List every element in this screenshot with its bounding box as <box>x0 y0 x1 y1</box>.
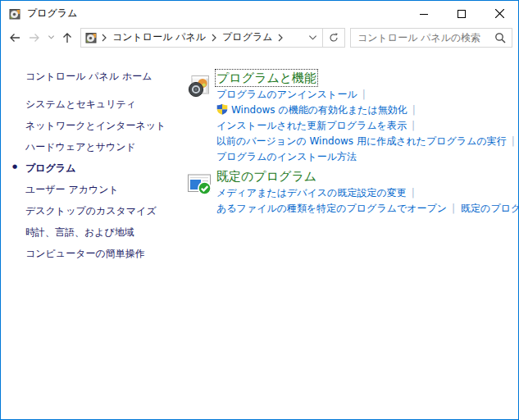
refresh-icon <box>328 32 339 43</box>
breadcrumb-chevron-icon[interactable] <box>208 34 220 42</box>
task-row: 以前のバージョンの Windows 用に作成されたプログラムの実行| <box>216 134 518 149</box>
up-button[interactable] <box>57 28 77 48</box>
link-label: Windows の機能の有効化または無効化 <box>231 104 407 116</box>
address-dropdown-button[interactable] <box>303 29 322 47</box>
back-arrow-icon <box>8 31 21 44</box>
minimize-button[interactable] <box>405 1 443 26</box>
address-location-icon <box>84 31 98 44</box>
navigation-bar: コントロール パネル プログラム <box>1 26 518 51</box>
programs-and-features-icon[interactable] <box>186 72 212 98</box>
title-row: プログラムと機能 <box>216 71 518 85</box>
chevron-down-icon <box>308 34 317 42</box>
close-button[interactable] <box>480 1 518 26</box>
sidebar-item-desktop-customization[interactable]: デスクトップのカスタマイズ <box>25 204 177 218</box>
sidebar-item-home[interactable]: コントロール パネル ホーム <box>25 70 177 84</box>
section-body: 既定のプログラム メディアまたはデバイスの既定設定の変更| あるファイルの種類を… <box>216 169 518 217</box>
link-separator: | <box>412 187 415 199</box>
forward-button[interactable] <box>25 28 44 48</box>
search-button[interactable] <box>489 29 512 47</box>
link-separator: | <box>512 135 515 147</box>
link-set-default-programs[interactable]: 既定のプログラムの設定 <box>461 203 518 214</box>
sidebar-item-user-accounts[interactable]: ユーザー アカウント <box>25 183 177 197</box>
uac-shield-icon <box>216 103 228 115</box>
link-separator: | <box>412 120 415 131</box>
sidebar-item-ease-of-access[interactable]: コンピューターの簡単操作 <box>25 247 177 261</box>
section-title-default-programs[interactable]: 既定のプログラム <box>216 169 316 184</box>
content-area: コントロール パネル ホーム システムとセキュリティ ネットワークとインターネッ… <box>1 51 518 419</box>
forward-arrow-icon <box>28 31 41 44</box>
search-input[interactable] <box>351 32 489 43</box>
link-run-programs-for-previous-windows[interactable]: 以前のバージョンの Windows 用に作成されたプログラムの実行 <box>216 135 507 147</box>
section-programs-and-features: プログラムと機能 プログラムのアンインストール| Windows の機能の有効化… <box>177 71 518 165</box>
breadcrumb-chevron-icon[interactable] <box>275 34 286 42</box>
task-row: あるファイルの種類を特定のプログラムでオープン|既定のプログラムの設定 <box>216 201 518 217</box>
task-row: プログラムのインストール方法 <box>216 149 518 165</box>
sidebar-item-clock-language-region[interactable]: 時計、言語、および地域 <box>25 226 177 240</box>
close-icon <box>495 9 504 18</box>
refresh-button[interactable] <box>322 29 344 47</box>
link-change-default-media-device-settings[interactable]: メディアまたはデバイスの既定設定の変更 <box>216 187 407 199</box>
task-row: メディアまたはデバイスの既定設定の変更| <box>216 185 518 201</box>
titlebar: プログラム <box>1 1 518 26</box>
window-title: プログラム <box>27 7 77 21</box>
section-title-programs-and-features[interactable]: プログラムと機能 <box>216 71 316 85</box>
sidebar-item-network-internet[interactable]: ネットワークとインターネット <box>25 119 177 133</box>
search-box <box>350 28 512 48</box>
link-view-installed-updates[interactable]: インストールされた更新プログラムを表示 <box>216 120 407 131</box>
maximize-button[interactable] <box>443 1 480 26</box>
default-programs-icon[interactable] <box>186 171 212 197</box>
recent-pages-button[interactable] <box>44 28 57 48</box>
task-row: Windows の機能の有効化または無効化| <box>216 103 518 118</box>
link-uninstall-program[interactable]: プログラムのアンインストール <box>216 89 357 100</box>
breadcrumb-control-panel[interactable]: コントロール パネル <box>110 30 208 44</box>
breadcrumb-programs[interactable]: プログラム <box>220 30 275 44</box>
up-arrow-icon <box>61 31 74 44</box>
link-turn-windows-features-on-off[interactable]: Windows の機能の有効化または無効化 <box>216 104 407 116</box>
window-controls <box>405 1 518 26</box>
task-row: プログラムのアンインストール| <box>216 87 518 103</box>
app-icon[interactable] <box>8 7 21 21</box>
minimize-icon <box>420 10 428 18</box>
sidebar-item-system-security[interactable]: システムとセキュリティ <box>25 98 177 112</box>
link-open-file-type-with-program[interactable]: あるファイルの種類を特定のプログラムでオープン <box>216 203 447 214</box>
sidebar: コントロール パネル ホーム システムとセキュリティ ネットワークとインターネッ… <box>1 51 177 419</box>
maximize-icon <box>458 10 466 18</box>
link-separator: | <box>452 203 455 214</box>
link-how-to-install-programs[interactable]: プログラムのインストール方法 <box>216 151 357 162</box>
recent-pages-chevron-icon <box>48 34 55 41</box>
breadcrumb-chevron-icon[interactable] <box>98 34 110 42</box>
section-body: プログラムと機能 プログラムのアンインストール| Windows の機能の有効化… <box>216 71 518 165</box>
back-button[interactable] <box>5 28 25 48</box>
sidebar-item-programs: プログラム <box>25 162 177 176</box>
link-separator: | <box>412 104 416 116</box>
title-row: 既定のプログラム <box>216 169 518 184</box>
main-pane: プログラムと機能 プログラムのアンインストール| Windows の機能の有効化… <box>177 51 518 419</box>
task-row: インストールされた更新プログラムを表示| <box>216 118 518 134</box>
sidebar-item-hardware-sound[interactable]: ハードウェアとサウンド <box>25 140 177 154</box>
section-default-programs: 既定のプログラム メディアまたはデバイスの既定設定の変更| あるファイルの種類を… <box>177 169 518 217</box>
magnifier-icon <box>494 32 506 43</box>
control-panel-window: プログラム <box>0 0 519 420</box>
link-separator: | <box>362 89 366 100</box>
address-bar[interactable]: コントロール パネル プログラム <box>80 28 345 48</box>
